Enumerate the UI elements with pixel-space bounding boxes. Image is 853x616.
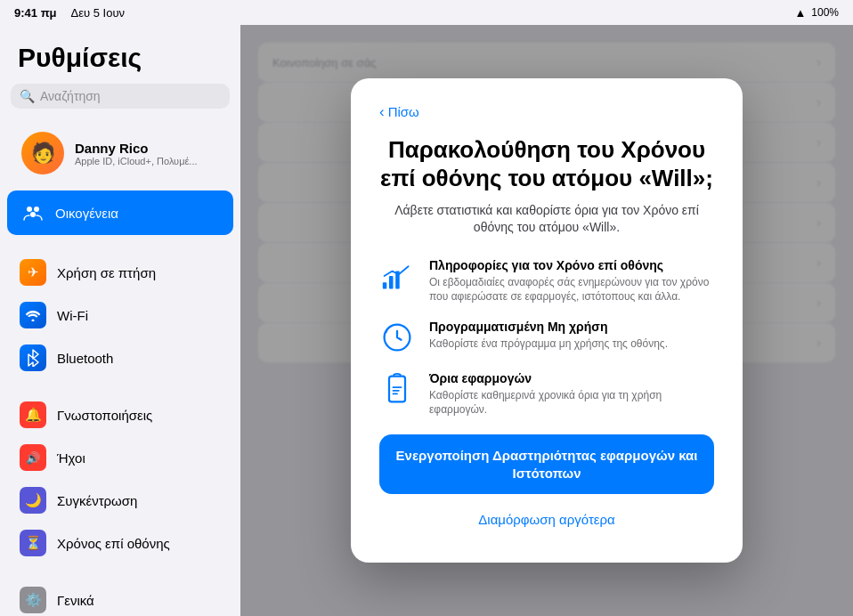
feature-title-1: Πληροφορίες για τον Χρόνο επί οθόνης bbox=[429, 258, 714, 272]
sidebar-item-label: Γενικά bbox=[57, 593, 94, 608]
modal-overlay: ‹ Πίσω Παρακολούθηση του Χρόνου επί οθόν… bbox=[240, 25, 853, 616]
sidebar-item-label: Χρήση σε πτήση bbox=[57, 265, 156, 280]
search-placeholder: Αναζήτηση bbox=[40, 89, 101, 103]
feature-desc-2: Καθορίστε ένα πρόγραμμα μη χρήσης της οθ… bbox=[429, 336, 714, 351]
sidebar-item-sounds[interactable]: 🔊 Ήχοι bbox=[7, 436, 233, 479]
profile-name: Danny Rico bbox=[75, 141, 198, 156]
notifications-icon: 🔔 bbox=[20, 401, 46, 428]
feature-app-limits: Όρια εφαρμογών Καθορίστε καθημερινά χρον… bbox=[379, 371, 714, 417]
avatar: 🧑 bbox=[21, 132, 64, 174]
focus-icon: 🌙 bbox=[20, 487, 46, 514]
family-label: Οικογένεια bbox=[55, 206, 118, 221]
status-icons: ▲ 100% bbox=[794, 6, 839, 20]
back-chevron-icon: ‹ bbox=[379, 103, 385, 121]
sidebar-item-label: Bluetooth bbox=[57, 351, 113, 366]
sidebar-item-focus[interactable]: 🌙 Συγκέντρωση bbox=[7, 479, 233, 522]
svg-point-1 bbox=[34, 207, 39, 212]
back-label: Πίσω bbox=[388, 104, 419, 119]
svg-point-2 bbox=[30, 212, 36, 217]
sidebar-item-notifications[interactable]: 🔔 Γνωστοποιήσεις bbox=[7, 393, 233, 436]
svg-rect-7 bbox=[389, 377, 405, 402]
battery-icon: 100% bbox=[811, 6, 839, 19]
bluetooth-icon bbox=[20, 344, 46, 371]
modal-back-button[interactable]: ‹ Πίσω bbox=[379, 103, 714, 121]
family-icon bbox=[20, 199, 46, 226]
sidebar-item-label: Γνωστοποιήσεις bbox=[57, 408, 152, 423]
sidebar-item-airplane[interactable]: ✈ Χρήση σε πτήση bbox=[7, 251, 233, 294]
feature-downtime: Προγραμματισμένη Μη χρήση Καθορίστε ένα … bbox=[379, 320, 714, 355]
modal-subtitle: Λάβετε στατιστικά και καθορίστε όρια για… bbox=[379, 202, 714, 237]
sidebar-item-label: Συγκέντρωση bbox=[57, 493, 137, 508]
feature-title-2: Προγραμματισμένη Μη χρήση bbox=[429, 320, 714, 334]
svg-point-0 bbox=[27, 207, 32, 212]
sidebar-item-family[interactable]: Οικογένεια bbox=[7, 190, 233, 235]
svg-rect-4 bbox=[389, 276, 394, 288]
modal-card: ‹ Πίσω Παρακολούθηση του Χρόνου επί οθόν… bbox=[351, 78, 743, 563]
wifi-icon: ▲ bbox=[794, 6, 806, 20]
app-limits-icon bbox=[379, 371, 415, 407]
main-content: Κοινοποίηση σε σάς› › › › › › › › ‹ Πίσω… bbox=[240, 25, 853, 616]
sidebar: Ρυθμίσεις 🔍 Αναζήτηση 🧑 Danny Rico Apple… bbox=[0, 25, 240, 616]
airplane-icon: ✈ bbox=[20, 259, 46, 286]
general-icon: ⚙️ bbox=[20, 587, 46, 613]
status-date: Δευ 5 Ιουν bbox=[71, 6, 126, 20]
status-bar: 9:41 πμ Δευ 5 Ιουν ▲ 100% bbox=[0, 0, 853, 25]
profile-subtitle: Apple ID, iCloud+, Πολυμέ... bbox=[75, 156, 198, 166]
status-time: 9:41 πμ bbox=[14, 6, 57, 20]
modal-title: Παρακολούθηση του Χρόνου επί οθόνης του … bbox=[379, 135, 714, 193]
downtime-icon bbox=[379, 320, 415, 355]
sidebar-item-label: Χρόνος επί οθόνης bbox=[57, 536, 170, 551]
sidebar-item-bluetooth[interactable]: Bluetooth bbox=[7, 336, 233, 379]
wifi-settings-icon bbox=[20, 302, 46, 328]
search-bar[interactable]: 🔍 Αναζήτηση bbox=[11, 84, 230, 109]
app-container: Ρυθμίσεις 🔍 Αναζήτηση 🧑 Danny Rico Apple… bbox=[0, 25, 853, 616]
sidebar-item-wifi[interactable]: Wi-Fi bbox=[7, 294, 233, 336]
screentime-info-icon bbox=[379, 258, 415, 294]
svg-rect-3 bbox=[383, 282, 387, 288]
configure-later-button[interactable]: Διαμόρφωση αργότερα bbox=[379, 501, 714, 538]
sounds-icon: 🔊 bbox=[20, 444, 46, 471]
feature-title-3: Όρια εφαρμογών bbox=[429, 371, 714, 385]
sidebar-title: Ρυθμίσεις bbox=[0, 43, 240, 84]
feature-desc-1: Οι εβδομαδιαίες αναφορές σάς ενημερώνουν… bbox=[429, 275, 714, 304]
search-icon: 🔍 bbox=[20, 89, 35, 103]
sidebar-item-label: Ήχοι bbox=[57, 450, 85, 466]
screentime-icon: ⏳ bbox=[20, 530, 46, 556]
sidebar-item-label: Wi-Fi bbox=[57, 308, 88, 323]
sidebar-item-general[interactable]: ⚙️ Γενικά bbox=[7, 579, 233, 616]
feature-desc-3: Καθορίστε καθημερινά χρονικά όρια για τη… bbox=[429, 388, 714, 417]
feature-screentime-info: Πληροφορίες για τον Χρόνο επί οθόνης Οι … bbox=[379, 258, 714, 304]
enable-activity-button[interactable]: Ενεργοποίηση Δραστηριότητας εφαρμογών κα… bbox=[379, 434, 714, 494]
sidebar-item-screentime[interactable]: ⏳ Χρόνος επί οθόνης bbox=[7, 522, 233, 564]
profile-item[interactable]: 🧑 Danny Rico Apple ID, iCloud+, Πολυμέ..… bbox=[7, 123, 233, 183]
